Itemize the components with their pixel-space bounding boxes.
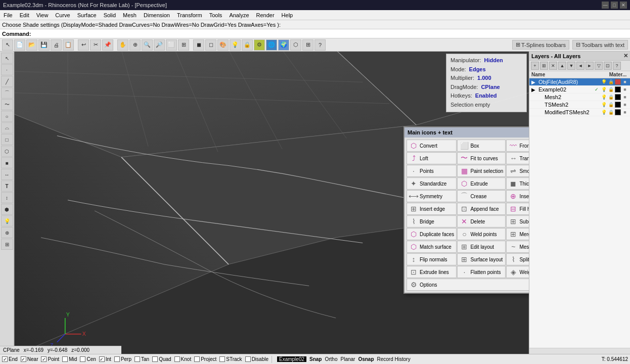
planar-toggle[interactable]: Planar — [340, 356, 355, 362]
tb-cut[interactable]: ✂ — [90, 39, 101, 51]
tb-orbit[interactable]: ⊕ — [129, 39, 141, 51]
ts-weightpoints[interactable]: ◈ Weight points — [506, 266, 529, 278]
snap-disable[interactable]: Disable — [245, 356, 268, 362]
lyr-filter[interactable]: ▽ — [595, 62, 603, 70]
layer-material-mesh2[interactable]: ■ — [622, 94, 628, 100]
snap-strack-checkbox[interactable] — [219, 356, 225, 362]
snap-knot[interactable]: Knot — [174, 356, 192, 362]
ts-subdivide[interactable]: ⊞ Subdivide — [506, 215, 529, 228]
ts-delete[interactable]: ✕ Delete — [457, 215, 506, 228]
menu-help[interactable]: Help — [278, 11, 297, 19]
close-button[interactable]: ✕ — [620, 2, 627, 9]
ts-translate[interactable]: ↔ Translate — [506, 152, 529, 164]
snap-mid-checkbox[interactable] — [62, 356, 68, 362]
ts-appendface[interactable]: ⊡ Append face — [457, 203, 506, 215]
ts-options[interactable]: ⚙ Options — [407, 279, 529, 291]
layer-item-modifiedtsmesh2[interactable]: ▶ ModifiedTSMesh2 💡 🔒 ■ — [529, 109, 630, 116]
menu-render[interactable]: Render — [253, 11, 278, 19]
layer-expand-example02[interactable]: ▶ — [531, 87, 538, 93]
layer-check-example02[interactable]: ✓ — [594, 86, 600, 93]
snap-project[interactable]: Project — [194, 356, 216, 362]
ts-symmetry[interactable]: ⟷ Symmetry — [407, 190, 457, 202]
layers-close[interactable]: ✕ — [623, 53, 628, 59]
snap-cen[interactable]: Cen — [80, 356, 96, 362]
menu-dimension[interactable]: Dimension — [140, 11, 173, 19]
osnap-toggle[interactable]: Osnap — [358, 356, 374, 362]
tb-paste[interactable]: 📌 — [102, 39, 113, 51]
tb-zoom-out[interactable]: 🔎 — [154, 39, 165, 51]
ts-editlayout[interactable]: ⊞ Edit layout — [457, 241, 506, 253]
snap-int[interactable]: Int — [99, 356, 111, 362]
layer-color-audiri8[interactable] — [615, 79, 621, 85]
ts-extrudelines[interactable]: ⊡ Extrude lines — [407, 266, 457, 278]
layer-material-modified[interactable]: ■ — [622, 109, 628, 115]
layer-material-example02[interactable]: ■ — [622, 86, 628, 93]
tb-select[interactable]: ↖ — [2, 39, 13, 51]
lt-transform[interactable]: ↔ — [1, 169, 13, 180]
lt-mesh[interactable]: ⬢ — [1, 204, 13, 215]
menu-view[interactable]: View — [33, 11, 52, 19]
lyr-down[interactable]: ▼ — [567, 62, 575, 70]
layer-expand-audiri8[interactable]: ▶ — [531, 79, 538, 85]
tb-mesh[interactable]: ⬡ — [290, 39, 301, 51]
ts-meshtspline[interactable]: ~ Mesh T-spline — [506, 241, 529, 253]
ts-crease[interactable]: ⌒ Crease — [457, 190, 506, 202]
lyr-help[interactable]: ? — [613, 62, 621, 70]
lt-select2[interactable]: ⊕ — [1, 227, 13, 238]
tb-settings[interactable]: ⚙ — [254, 39, 265, 51]
ts-paintselection[interactable]: ▦ Paint selection — [457, 165, 506, 177]
lt-rectangle[interactable]: □ — [1, 134, 13, 145]
snap-tan-checkbox[interactable] — [134, 356, 140, 362]
snap-strack[interactable]: STrack — [219, 356, 242, 362]
lt-curve[interactable]: 〜 — [1, 99, 13, 110]
tb-help[interactable]: ? — [314, 39, 326, 51]
snap-perp[interactable]: Perp — [114, 356, 131, 362]
ts-duplicatefaces[interactable]: ⬡ Duplicate faces — [407, 228, 457, 240]
snap-point[interactable]: Point — [41, 356, 59, 362]
lt-surface[interactable]: ⬡ — [1, 146, 13, 157]
menu-file[interactable]: File — [0, 11, 16, 19]
tb-save[interactable]: 💾 — [38, 39, 50, 51]
snap-end-checkbox[interactable] — [2, 356, 8, 362]
ts-flattenpoints[interactable]: · Flatten points — [457, 266, 506, 278]
layer-color-mesh2[interactable] — [615, 94, 621, 100]
tb-print[interactable]: 🖨 — [51, 39, 62, 51]
lt-point[interactable]: · — [1, 64, 13, 75]
layer-visibility-example02[interactable]: 💡 — [601, 86, 607, 93]
snap-end[interactable]: End — [2, 356, 18, 362]
layer-visibility-audiri8[interactable]: 💡 — [601, 79, 607, 85]
layer-lock-modified[interactable]: 🔒 — [608, 109, 614, 115]
snap-point-checkbox[interactable] — [41, 356, 47, 362]
snap-disable-checkbox[interactable] — [245, 356, 251, 362]
snap-mid[interactable]: Mid — [62, 356, 77, 362]
tb-zoom-in[interactable]: 🔍 — [142, 39, 153, 51]
ts-splitcurves[interactable]: ⌇ Split curves — [506, 253, 529, 265]
snap-quad[interactable]: Quad — [152, 356, 171, 362]
ts-fittocurves[interactable]: 〜 Fit to curves — [457, 152, 506, 164]
layers-scrollbar[interactable] — [529, 348, 630, 354]
layer-lock-mesh2[interactable]: 🔒 — [608, 94, 614, 100]
menu-tools[interactable]: Tools — [206, 11, 226, 19]
lt-line[interactable]: ╱ — [1, 76, 13, 87]
snap-quad-checkbox[interactable] — [152, 356, 158, 362]
menu-mesh[interactable]: Mesh — [119, 11, 140, 19]
snap-int-checkbox[interactable] — [99, 356, 105, 362]
tb-shaded[interactable]: ◼ — [193, 39, 204, 51]
ortho-toggle[interactable]: Ortho — [325, 356, 337, 362]
lyr-new[interactable]: + — [531, 62, 539, 70]
ts-convert[interactable]: ⬡ Convert — [407, 140, 457, 152]
layer-lock-audiri8[interactable]: 🔒 — [608, 79, 614, 85]
tb-grid[interactable]: ⊞ — [302, 39, 313, 51]
command-input[interactable] — [33, 31, 628, 37]
lt-render[interactable]: 💡 — [1, 215, 13, 226]
ts-mergeedges[interactable]: ⊞ Merge edges — [506, 228, 529, 240]
ts-flipnormals[interactable]: ↕ Flip normals — [407, 253, 457, 265]
tb-open[interactable]: 📂 — [26, 39, 37, 51]
ts-extrude[interactable]: ⬡ Extrude — [457, 177, 506, 190]
ts-standardize[interactable]: ✦ Standardize — [407, 177, 457, 190]
layer-material-audiri8[interactable]: ■ — [622, 79, 628, 85]
ts-points[interactable]: · Points — [407, 165, 457, 177]
menu-edit[interactable]: Edit — [16, 11, 33, 19]
ts-insertedge[interactable]: ⊞ Insert edge — [407, 203, 457, 215]
layer-material-tsmesh2[interactable]: ■ — [622, 102, 628, 108]
